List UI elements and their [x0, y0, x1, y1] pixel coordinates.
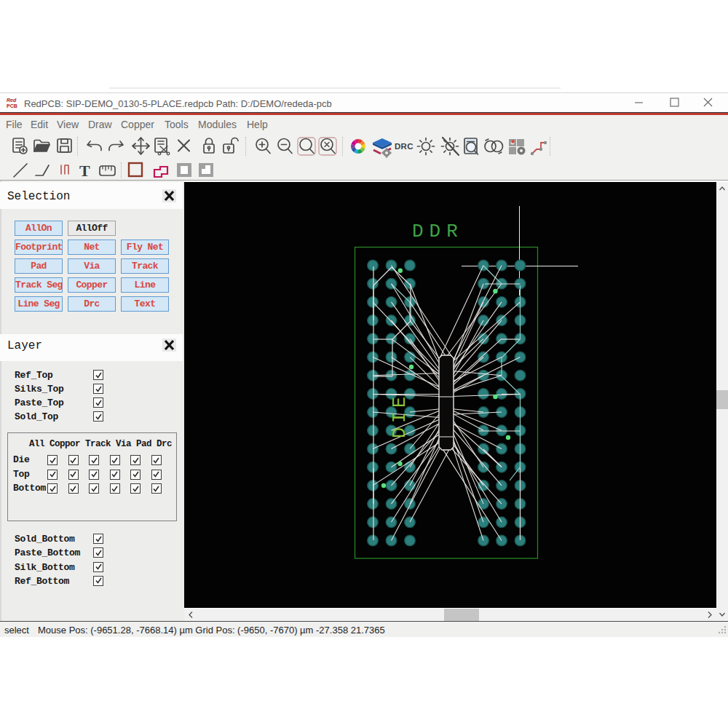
svg-text:DDR: DDR	[412, 221, 464, 242]
svg-text:DIE: DIE	[389, 392, 411, 438]
svg-text:PCB: PCB	[7, 103, 17, 108]
svg-text:Red: Red	[7, 98, 17, 103]
svg-text:T: T	[79, 162, 90, 180]
svg-text:DRC: DRC	[395, 142, 414, 151]
